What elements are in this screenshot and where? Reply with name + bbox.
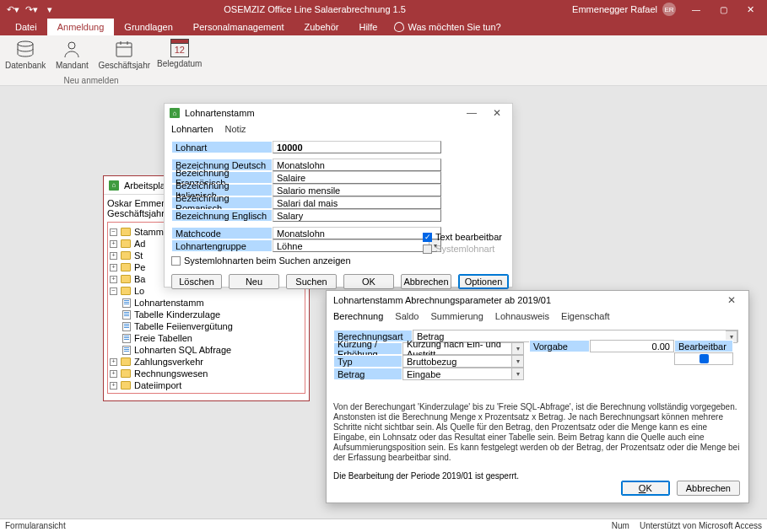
status-powered: Unterstützt von Microsoft Access (640, 521, 762, 530)
betrag-select[interactable]: Eingabe (402, 368, 512, 380)
quick-access-toolbar: ↶▾ ↷▾ ▾ (5, 2, 57, 17)
param-ok-button[interactable]: OK (621, 481, 670, 496)
ribbon-mandant-label: Mandant (56, 61, 89, 70)
matchcode-label: Matchcode (171, 227, 273, 239)
ribbon-belegdatum-label: Belegdatum (157, 59, 202, 68)
tree-kinderzulage[interactable]: Tabelle Kinderzulage (134, 309, 220, 320)
neu-button[interactable]: Neu (229, 274, 279, 289)
menu-tab-datei[interactable]: Datei (5, 19, 47, 35)
tree-ferien[interactable]: Tabelle Feiienvergütung (134, 320, 233, 332)
systemlohnart-checkbox (423, 245, 432, 254)
chevron-down-icon[interactable]: ▾ (512, 342, 524, 355)
undo-button[interactable]: ↶▾ (5, 2, 20, 17)
ribbon-belegdatum[interactable]: 12 Belegdatum (157, 39, 202, 70)
optionen-button[interactable]: Optionen (458, 274, 509, 289)
tree-node[interactable]: Ba (134, 273, 145, 285)
parameter-title: Lohnartenstamm Abrechnungsparameter ab 2… (333, 295, 551, 305)
syslohnarten-checkbox[interactable] (171, 256, 181, 266)
minimize-button[interactable]: — (684, 2, 708, 17)
tab-berechnung[interactable]: Berechnung (333, 311, 383, 323)
status-num: Num (612, 521, 629, 530)
calendar-date-icon: 12 (170, 39, 189, 57)
ribbon-mandant[interactable]: Mandant (52, 39, 91, 70)
minimize-icon[interactable]: — (462, 107, 482, 119)
tree-sql[interactable]: Lohnarten SQL Abfrage (134, 344, 231, 356)
person-icon (62, 39, 82, 59)
bez-ro-input[interactable]: Salari dal mais (273, 196, 441, 209)
typ-label: Typ (333, 355, 402, 368)
close-button[interactable]: ✕ (738, 2, 762, 17)
user-info[interactable]: Emmenegger Rafael ER (572, 3, 676, 16)
menu-tab-anmeldung[interactable]: Anmeldung (47, 19, 115, 35)
ribbon-geschaeftsjahr[interactable]: Geschäftsjahr (98, 39, 150, 70)
tab-notiz[interactable]: Notiz (225, 124, 246, 136)
matchcode-input[interactable]: Monatslohn (273, 227, 441, 239)
svg-rect-2 (116, 43, 132, 56)
tree-rechnungswesen[interactable]: Rechnungswesen (134, 368, 208, 379)
tree-freie-tabellen[interactable]: Freie Tabellen (134, 332, 192, 344)
qat-customize[interactable]: ▾ (42, 2, 57, 17)
menu-tab-zubehoer[interactable]: Zubehör (294, 19, 348, 35)
chevron-down-icon[interactable]: ▾ (512, 355, 524, 368)
mdi-canvas: ⌂ Arbeitsplatz Oskar Emmene Geschäftsjah… (0, 86, 767, 519)
ok-button[interactable]: OK (343, 274, 394, 289)
svg-point-0 (18, 41, 33, 46)
parameter-titlebar[interactable]: Lohnartenstamm Abrechnungsparameter ab 2… (327, 291, 748, 309)
vorgabe-input[interactable]: 0.00 (590, 340, 674, 352)
tree-stammdatenlisten[interactable]: Stammdatenlisten (134, 391, 208, 394)
text-bearbeitbar-checkbox[interactable]: ✓ (423, 233, 432, 242)
tell-me-search[interactable]: Was möchten Sie tun? (387, 19, 507, 35)
app-small-icon: ⌂ (170, 108, 180, 118)
lohnart-input[interactable]: 10000 (273, 141, 441, 153)
tab-lohnarten[interactable]: Lohnarten (171, 124, 213, 136)
syslohnarten-label: Systemlohnarten beim Suchen anzeigen (184, 255, 351, 266)
tree-dateiimport[interactable]: Dateiimport (134, 379, 181, 391)
parameter-dialog: Lohnartenstamm Abrechnungsparameter ab 2… (326, 290, 749, 503)
status-left: Formularansicht (5, 521, 66, 530)
bez-de-input[interactable]: Monatslohn (273, 159, 441, 171)
bez-ro-label: Bezeichnung Romanisch (171, 196, 273, 209)
kuerzung-label: Kürzung / Erhöhung (333, 342, 402, 355)
lohnarten-tabs: Lohnarten Notiz (165, 122, 512, 137)
info-text: Von der Berechungart 'Kinderzulage' bis … (333, 402, 742, 463)
doc-icon (122, 298, 131, 308)
tree-node[interactable]: St (134, 250, 143, 261)
bez-it-input[interactable]: Salario mensile (273, 184, 441, 196)
tab-saldo[interactable]: Saldo (395, 311, 419, 323)
abbrechen-button[interactable]: Abbrechen (401, 274, 451, 289)
bez-fr-input[interactable]: Salaire (273, 171, 441, 184)
tree-node-lohn[interactable]: Lo (134, 285, 144, 297)
close-icon[interactable]: ✕ (487, 107, 507, 119)
bez-en-label: Bezeichnung Englisch (171, 209, 273, 222)
tree-node[interactable]: Ad (134, 238, 145, 250)
text-bearbeitbar-label: Text bearbeitbar (435, 232, 502, 242)
tree-stamm[interactable]: Stamm (134, 226, 164, 238)
loeschen-button[interactable]: Löschen (171, 274, 222, 289)
redo-button[interactable]: ↷▾ (24, 2, 39, 17)
bearbeitbar-checkbox[interactable] (674, 352, 733, 365)
maximize-button[interactable]: ▢ (711, 2, 735, 17)
lohnart-label: Lohnart (171, 141, 273, 153)
suchen-button[interactable]: Suchen (286, 274, 337, 289)
tab-lohnausweis[interactable]: Lohnausweis (495, 311, 549, 323)
chevron-down-icon[interactable]: ▾ (512, 368, 524, 380)
menu-tab-personalmanagement[interactable]: Personalmanagement (183, 19, 294, 35)
close-icon[interactable]: ✕ (721, 294, 742, 306)
menu-tab-hilfe[interactable]: Hilfe (348, 19, 387, 35)
typ-select[interactable]: Bruttobezug (402, 355, 512, 368)
tree-zahlungsverkehr[interactable]: Zahlungsverkehr (134, 356, 203, 368)
menu-tab-grundlagen[interactable]: Grundlagen (114, 19, 183, 35)
tree-lohnartenstamm[interactable]: Lohnartenstamm (134, 297, 204, 309)
param-abbrechen-button[interactable]: Abbrechen (677, 481, 740, 496)
tab-summierung[interactable]: Summierung (430, 311, 483, 323)
group-select[interactable]: Löhne▾ (273, 239, 441, 252)
lohnarten-titlebar[interactable]: ⌂ Lohnartenstamm — ✕ (165, 104, 512, 122)
tree-node[interactable]: Pe (134, 261, 145, 273)
kuerzung-select[interactable]: Kürzung nach Ein- und Austritt (402, 342, 512, 355)
title-bar: ↶▾ ↷▾ ▾ OSEMZIZ Office Line Salaerabrech… (0, 0, 767, 19)
lightbulb-icon (394, 22, 404, 32)
tab-eigenschaft[interactable]: Eigenschaft (561, 311, 609, 323)
bez-en-input[interactable]: Salary (273, 209, 441, 222)
ribbon-datenbank[interactable]: Datenbank (5, 39, 46, 70)
database-icon (15, 39, 35, 59)
